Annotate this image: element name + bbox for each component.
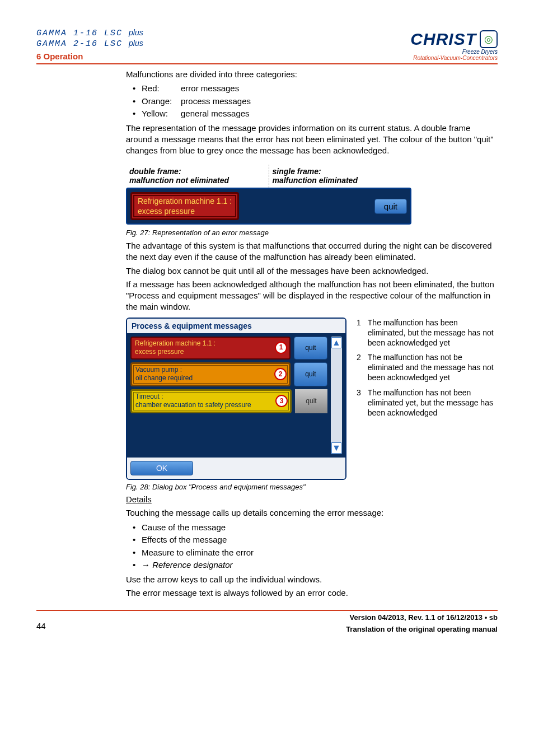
fig27-col2a: single frame: bbox=[273, 167, 321, 176]
legend-item: 1 The malfunction has been eliminated, b… bbox=[357, 318, 498, 348]
msg-line1: Refrigeration machine 1.1 : bbox=[138, 197, 232, 206]
msg-orange[interactable]: Vacuum pump : oil change required 2 bbox=[130, 362, 291, 386]
legend-text: The malfunction has been eliminated, but… bbox=[368, 318, 498, 348]
dialog-footer: OK bbox=[127, 458, 345, 479]
category-list: Red:error messages Orange:process messag… bbox=[126, 82, 498, 120]
scroll-up-icon[interactable]: ▲ bbox=[331, 337, 341, 348]
page-header: GAMMA 1-16 LSC plus GAMMA 2-16 LSC plus … bbox=[36, 28, 498, 64]
legend-text: The malfunction has not be eliminated an… bbox=[368, 352, 498, 383]
message-row: Refrigeration machine 1.1 : excess press… bbox=[130, 337, 327, 360]
list-item: Measure to eliminate the error bbox=[130, 547, 498, 559]
scroll-down-icon[interactable]: ▼ bbox=[331, 442, 341, 454]
cat-label: Yellow: bbox=[142, 108, 181, 120]
fig27-caption: Fig. 27: Representation of an error mess… bbox=[126, 228, 498, 238]
logo-subtitle: Freeze Dryers Rotational-Vacuum-Concentr… bbox=[410, 49, 498, 61]
row-l1: Refrigeration machine 1.1 : bbox=[135, 339, 216, 347]
legend-num: 1 bbox=[357, 318, 361, 348]
fig27-col2b: malfunction eliminated bbox=[273, 176, 358, 185]
list-item: Red:error messages bbox=[130, 82, 498, 95]
msg-line2: excess pressure bbox=[138, 207, 195, 216]
dialog-title: Process & equipment messages bbox=[127, 319, 345, 333]
logo-sub-2: Rotational-Vacuum-Concentrators bbox=[413, 55, 498, 61]
version-line: Version 04/2013, Rev. 1.1 of 16/12/2013 … bbox=[346, 613, 498, 622]
callout-1-icon: 1 bbox=[275, 342, 287, 354]
row-l2: chamber evacuation to safety pressure bbox=[135, 401, 251, 409]
fig27-labels: double frame: malfunction not eliminated… bbox=[126, 165, 411, 188]
list-item: → Reference designator bbox=[130, 559, 498, 572]
details-tail-2: The error message text is always followe… bbox=[126, 587, 498, 599]
details-list: Cause of the message Effects of the mess… bbox=[126, 521, 498, 572]
details-tail-1: Use the arrow keys to call up the indivi… bbox=[126, 574, 498, 585]
callout-2-icon: 2 bbox=[274, 368, 287, 380]
footer-right: Version 04/2013, Rev. 1.1 of 16/12/2013 … bbox=[346, 613, 498, 633]
message-row: Timeout : chamber evacuation to safety p… bbox=[130, 389, 327, 413]
mid-p3: If a message has been acknowledged altho… bbox=[126, 279, 498, 313]
fig27-body: Refrigeration machine 1.1 : excess press… bbox=[126, 188, 411, 225]
legend-text: The malfunction has not been eliminated … bbox=[368, 388, 498, 418]
cat-desc: general messages bbox=[181, 109, 250, 118]
list-item: Orange:process messages bbox=[130, 95, 498, 108]
list-item: Cause of the message bbox=[130, 521, 498, 534]
message-list: Refrigeration machine 1.1 : excess press… bbox=[130, 337, 327, 454]
msg-yellow[interactable]: Timeout : chamber evacuation to safety p… bbox=[130, 389, 292, 413]
legend-item: 3 The malfunction has not been eliminate… bbox=[357, 388, 498, 418]
message-row: Vacuum pump : oil change required 2 quit bbox=[130, 362, 327, 386]
msg-red[interactable]: Refrigeration machine 1.1 : excess press… bbox=[130, 337, 291, 360]
cat-label: Orange: bbox=[142, 95, 181, 108]
quit-button[interactable]: quit bbox=[374, 199, 407, 214]
row-l1: Timeout : bbox=[135, 393, 163, 400]
mid-p1: The advantage of this system is that mal… bbox=[126, 240, 498, 263]
details-lead: Touching the message calls up details co… bbox=[126, 507, 498, 519]
legend-num: 3 bbox=[357, 388, 361, 418]
list-item: Yellow:general messages bbox=[130, 108, 498, 120]
cat-label: Red: bbox=[142, 82, 181, 95]
legend-item: 2 The malfunction has not be eliminated … bbox=[357, 352, 498, 383]
ok-button[interactable]: OK bbox=[130, 461, 193, 475]
cat-desc: error messages bbox=[181, 83, 239, 93]
main-content: Malfunctions are divided into three cate… bbox=[126, 69, 498, 599]
page-footer: 44 Version 04/2013, Rev. 1.1 of 16/12/20… bbox=[36, 610, 498, 633]
details-heading: Details bbox=[126, 494, 498, 505]
page-number: 44 bbox=[36, 621, 46, 631]
fig28-caption: Fig. 28: Dialog box "Process and equipme… bbox=[126, 482, 498, 492]
translation-line: Translation of the original operating ma… bbox=[346, 625, 498, 633]
fig27-col1b: malfunction not eliminated bbox=[129, 176, 229, 185]
logo-block: CHRIST ◎ Freeze Dryers Rotational-Vacuum… bbox=[410, 30, 498, 61]
reference-designator: Reference designator bbox=[152, 560, 232, 570]
row-l2: excess pressure bbox=[135, 348, 184, 356]
figure-28-legend: 1 The malfunction has been eliminated, b… bbox=[357, 318, 498, 480]
model-lines: GAMMA 1-16 LSC plus GAMMA 2-16 LSC plus bbox=[36, 28, 143, 49]
model-1: GAMMA 1-16 LSC bbox=[36, 29, 123, 38]
mid-p2: The dialog box cannot be quit until all … bbox=[126, 265, 498, 277]
scrollbar[interactable]: ▲ ▼ bbox=[331, 337, 342, 454]
figure-28-dialog: Process & equipment messages Refrigerati… bbox=[126, 318, 346, 480]
logo-sub-1: Freeze Dryers bbox=[462, 49, 498, 55]
legend-num: 2 bbox=[357, 352, 361, 383]
fig27-col-left: double frame: malfunction not eliminated bbox=[126, 165, 269, 188]
quit-button-disabled[interactable]: quit bbox=[295, 389, 327, 413]
callout-3-icon: 3 bbox=[275, 395, 288, 407]
header-left: GAMMA 1-16 LSC plus GAMMA 2-16 LSC plus … bbox=[36, 28, 143, 61]
quit-button[interactable]: quit bbox=[294, 362, 327, 386]
fig27-col1a: double frame: bbox=[129, 167, 181, 176]
dialog-body: Refrigeration machine 1.1 : excess press… bbox=[127, 333, 345, 458]
fig27-col-right: single frame: malfunction eliminated bbox=[269, 165, 412, 188]
error-message-box[interactable]: Refrigeration machine 1.1 : excess press… bbox=[130, 192, 239, 220]
intro-line: Malfunctions are divided into three cate… bbox=[126, 69, 498, 80]
quit-button[interactable]: quit bbox=[294, 337, 327, 360]
figure-27: double frame: malfunction not eliminated… bbox=[126, 165, 411, 225]
model-2: GAMMA 2-16 LSC bbox=[36, 39, 123, 49]
logo-badge-icon: ◎ bbox=[480, 30, 498, 48]
plus-2: plus bbox=[129, 39, 143, 48]
list-item: Effects of the message bbox=[130, 534, 498, 547]
logo-text: CHRIST bbox=[410, 30, 476, 49]
cat-desc: process messages bbox=[181, 96, 251, 106]
plus-1: plus bbox=[129, 28, 143, 37]
row-l1: Vacuum pump : bbox=[135, 366, 182, 374]
figure-28-wrap: Process & equipment messages Refrigerati… bbox=[126, 318, 498, 480]
section-title: 6 Operation bbox=[36, 52, 143, 61]
intro-para-2: The representation of the message provid… bbox=[126, 123, 498, 157]
row-l2: oil change required bbox=[135, 374, 193, 382]
